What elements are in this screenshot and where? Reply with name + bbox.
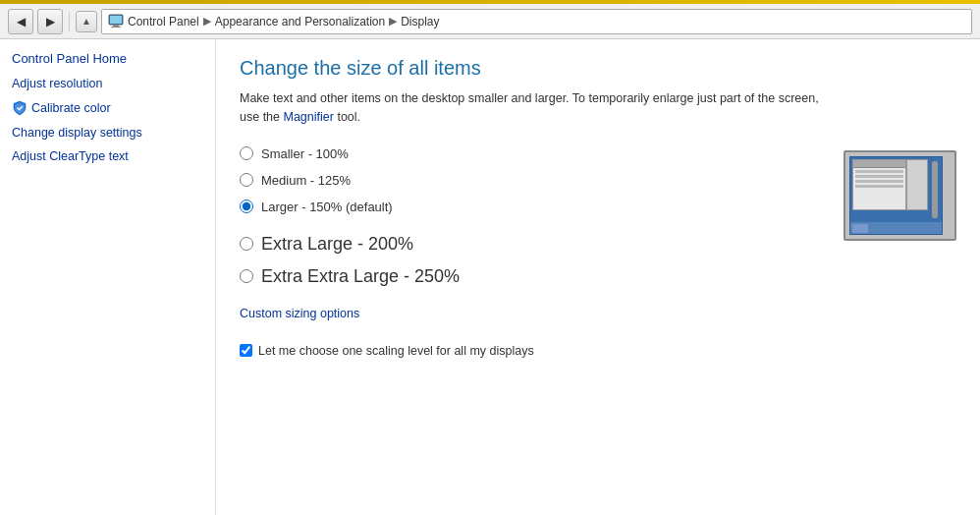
sidebar-item-change-display-settings[interactable]: Change display settings (12, 125, 215, 141)
display-preview (844, 150, 956, 241)
breadcrumb-appearance[interactable]: Appearance and Personalization (215, 15, 385, 29)
svg-rect-3 (111, 27, 121, 28)
main-layout: Control Panel Home Adjust resolution Cal… (0, 39, 980, 515)
up-button[interactable]: ▲ (76, 11, 97, 32)
preview-content (853, 168, 905, 192)
sidebar-item-adjust-cleartype[interactable]: Adjust ClearType text (12, 148, 215, 164)
radio-larger-label: Larger - 150% (default) (261, 200, 393, 214)
radio-medium-label: Medium - 125% (261, 173, 351, 188)
option-medium[interactable]: Medium - 125% (240, 173, 820, 188)
option-smaller[interactable]: Smaller - 100% (240, 146, 820, 161)
breadcrumb-display: Display (401, 15, 439, 29)
breadcrumb-control-panel[interactable]: Control Panel (128, 15, 199, 29)
option-xl[interactable]: Extra Large - 200% (240, 234, 820, 255)
sidebar: Control Panel Home Adjust resolution Cal… (0, 39, 216, 515)
radio-smaller[interactable] (240, 146, 253, 160)
breadcrumb-sep-2: ▶ (389, 15, 397, 28)
preview-line (855, 170, 903, 173)
option-xxl[interactable]: Extra Extra Large - 250% (240, 266, 820, 287)
scaling-checkbox[interactable] (240, 344, 252, 357)
preview-line (855, 180, 903, 183)
svg-rect-1 (110, 16, 122, 24)
sidebar-label: Adjust ClearType text (12, 149, 129, 163)
sidebar-item-calibrate-color[interactable]: Calibrate color (12, 99, 215, 117)
preview-desktop (849, 156, 943, 235)
back-button[interactable]: ◀ (8, 9, 33, 34)
radio-xl-label: Extra Large - 200% (261, 234, 413, 255)
preview-line (855, 185, 903, 188)
nav-separator (69, 12, 70, 31)
radio-smaller-label: Smaller - 100% (261, 146, 349, 161)
forward-button[interactable]: ▶ (37, 9, 63, 34)
preview-titlebar (853, 160, 905, 168)
preview-line (855, 175, 903, 178)
breadcrumb: Control Panel ▶ Appearance and Personali… (101, 9, 972, 34)
preview-sidebar-panel (906, 159, 928, 210)
description-text: Make text and other items on the desktop… (240, 89, 907, 127)
radio-medium[interactable] (240, 173, 253, 187)
preview-start-btn (852, 224, 868, 233)
sidebar-item-adjust-resolution[interactable]: Adjust resolution (12, 76, 215, 91)
checkbox-area: Let me choose one scaling level for all … (240, 344, 820, 358)
gold-accent-bar (0, 0, 980, 4)
radio-xxl-label: Extra Extra Large - 250% (261, 266, 460, 287)
options-area: Smaller - 100% Medium - 125% Larger - 15… (240, 146, 956, 358)
breadcrumb-sep-1: ▶ (203, 15, 211, 28)
checkbox-label: Let me choose one scaling level for all … (258, 344, 534, 358)
navigation-bar: ◀ ▶ ▲ Control Panel ▶ Appearance and Per… (0, 4, 980, 39)
sidebar-home-link[interactable]: Control Panel Home (12, 51, 215, 66)
size-options-list: Smaller - 100% Medium - 125% Larger - 15… (240, 146, 820, 358)
main-content: Change the size of all items Make text a… (216, 39, 980, 515)
preview-scrollbar (932, 161, 938, 218)
monitor-icon (108, 14, 124, 29)
page-title: Change the size of all items (240, 57, 956, 80)
custom-sizing-link[interactable]: Custom sizing options (240, 307, 359, 320)
radio-xl[interactable] (240, 237, 253, 251)
preview-box (844, 150, 956, 241)
preview-window (852, 159, 906, 210)
radio-xxl[interactable] (240, 269, 253, 283)
preview-taskbar (850, 222, 942, 234)
option-larger[interactable]: Larger - 150% (default) (240, 200, 820, 214)
magnifier-link[interactable]: Magnifier (284, 110, 334, 124)
svg-rect-2 (113, 25, 119, 27)
radio-larger[interactable] (240, 200, 253, 213)
sidebar-label: Adjust resolution (12, 77, 102, 90)
shield-icon (12, 100, 27, 116)
sidebar-label: Change display settings (12, 126, 142, 140)
sidebar-label: Calibrate color (31, 101, 111, 115)
